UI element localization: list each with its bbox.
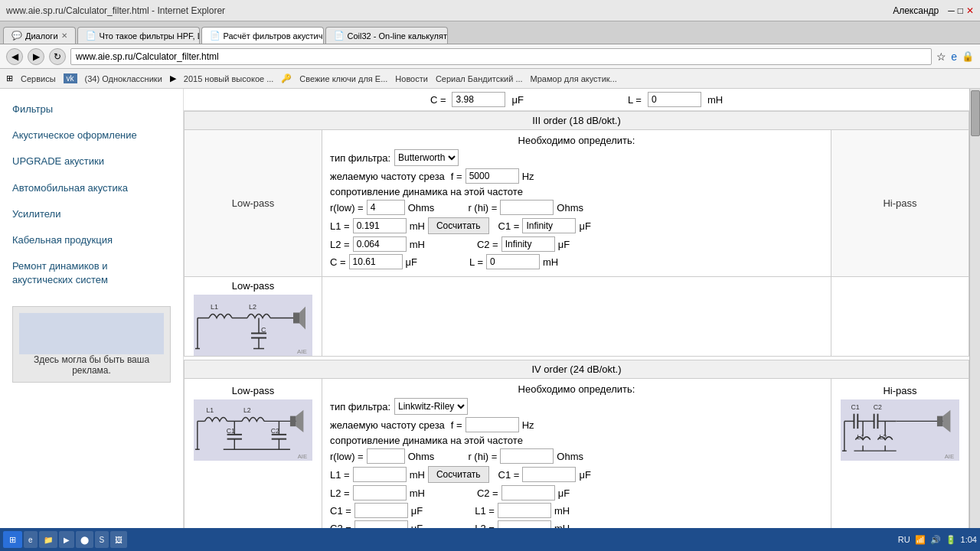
scrollbar[interactable] (969, 89, 980, 528)
sidebar-link-filtry[interactable]: Фильтры (0, 96, 183, 122)
bookmark-mramor[interactable]: Мрамор для акустик... (531, 74, 617, 83)
bookmark-ok[interactable]: (34) Одноклассники (85, 74, 162, 83)
top-c-input[interactable] (452, 92, 505, 107)
iv-c1-input[interactable] (522, 467, 576, 482)
iii-freq-input[interactable] (466, 168, 519, 184)
tab-dialogi[interactable]: 💬 Диалоги ✕ (3, 27, 76, 44)
sidebar-link-auto[interactable]: Автомобильная акустика (0, 175, 183, 201)
svg-marker-9 (299, 306, 305, 329)
iii-l2-input[interactable] (353, 236, 407, 252)
iv-l2-unit: mH (410, 487, 425, 499)
iv-resist-label: сопротивление динамика на этой частоте (330, 435, 523, 446)
svg-text:C1: C1 (227, 426, 235, 434)
address-bar: ◀ ▶ ↻ ☆ e 🔒 (0, 44, 980, 69)
bookmark-services[interactable]: Сервисы (21, 74, 56, 83)
iii-filter-type-select[interactable]: Butterworth Chebyshev Bessel (394, 149, 459, 166)
sidebar-link-acoustics[interactable]: Акустическое оформление (0, 122, 183, 148)
iii-c1-input[interactable] (522, 218, 576, 233)
iii-l1-input[interactable] (353, 218, 407, 233)
iii-l1c1-row: L1 = mH Сосчитать C1 = μF (330, 217, 823, 234)
iv-l1b-input[interactable] (498, 503, 551, 518)
iv-resistance-row: r(low) = Ohms r (hi) = Ohms (330, 448, 823, 464)
taskbar-skype[interactable]: S (95, 531, 109, 548)
iv-c2-input[interactable] (501, 485, 555, 500)
iii-calc-button[interactable]: Сосчитать (428, 217, 489, 234)
section-iv-table: IV order (24 dB/okt.) Low-pass (184, 360, 969, 528)
iii-l-unit: mH (543, 256, 558, 268)
top-c-unit: μF (511, 94, 523, 106)
iii-c-input[interactable] (349, 254, 403, 269)
reload-button[interactable]: ↻ (49, 48, 66, 65)
start-button[interactable]: ⊞ (3, 531, 22, 548)
user-name: Александр (893, 5, 939, 16)
iv-r-hi-input[interactable] (500, 448, 554, 464)
sidebar-link-cable[interactable]: Кабельная продукция (0, 227, 183, 253)
iii-freq-unit: Hz (522, 171, 534, 182)
tab-calculator[interactable]: 📄 Расчёт фильтров акустиче... ✕ (201, 27, 324, 44)
iii-c2-input[interactable] (501, 236, 555, 252)
top-l-input[interactable] (648, 92, 701, 107)
iii-c2-unit: μF (558, 239, 570, 250)
sidebar-link-upgrade[interactable]: UPGRADE акустики (0, 148, 183, 174)
iii-resist-label: сопротивление динамика на этой частоте (330, 186, 523, 197)
bookmark-serial[interactable]: Сериал Бандитский ... (436, 74, 523, 83)
iv-calc-button[interactable]: Сосчитать (428, 466, 489, 483)
address-input[interactable] (70, 48, 932, 65)
svg-marker-51 (943, 409, 951, 432)
sidebar-link-repair[interactable]: Ремонт динамиков и акустических систем (0, 253, 183, 293)
iv-f-label: f = (451, 419, 462, 431)
iv-l1-input[interactable] (353, 467, 407, 482)
iv-order-header: IV order (24 dB/okt.) (185, 360, 969, 379)
iv-c2b-label: C2 = (330, 523, 351, 529)
taskbar-photos[interactable]: 🖼 (110, 531, 127, 548)
iv-l2-input[interactable] (353, 485, 407, 500)
iv-l1-unit: mH (410, 469, 425, 481)
bookmark-keys[interactable]: Свежие ключи для Е... (299, 74, 387, 83)
iii-l-input[interactable] (486, 254, 540, 269)
tab-coil32[interactable]: 📄 Coil32 - On-line калькулято... ✕ (325, 27, 448, 44)
iii-cl-row: C = μF L = mH (330, 254, 823, 269)
iv-l2b-input[interactable] (498, 520, 551, 528)
taskbar-explorer[interactable]: 📁 (39, 531, 57, 548)
iv-freq-label: желаемую частоту среза (330, 419, 445, 431)
iv-l2c2-row: L2 = mH C2 = μF (330, 485, 823, 500)
taskbar-chrome[interactable]: ⬤ (76, 531, 93, 548)
forward-button[interactable]: ▶ (28, 48, 44, 65)
iv-l1c1-row: L1 = mH Сосчитать C1 = μF (330, 466, 823, 483)
taskbar-media[interactable]: ▶ (59, 531, 74, 548)
iii-l2c2-row: L2 = mH C2 = μF (330, 236, 823, 252)
iv-l1-label: L1 = (330, 469, 350, 481)
iv-c1b-input[interactable] (354, 503, 408, 518)
taskbar-ie[interactable]: e (24, 531, 38, 548)
browser-tabs: 💬 Диалоги ✕ 📄 Что такое фильтры HPF, LP.… (0, 21, 980, 44)
tab-what-filters[interactable]: 📄 Что такое фильтры HPF, LP... ✕ (77, 27, 200, 44)
bookmark-news[interactable]: Новости (395, 74, 428, 83)
iii-freq-label: желаемую частоту среза (330, 171, 445, 182)
top-cl-row: C = μF L = mH (184, 89, 969, 111)
iv-c1-label: C1 = (498, 469, 520, 481)
iv-filter-type-select[interactable]: Linkwitz-Riley Butterworth Chebyshev (394, 398, 468, 415)
iv-c1b-unit: μF (411, 505, 423, 517)
iv-r-low-input[interactable] (367, 448, 405, 464)
iv-c2b-input[interactable] (354, 520, 408, 528)
tab-close-1[interactable]: ✕ (61, 31, 67, 40)
back-button[interactable]: ◀ (6, 48, 23, 65)
svg-text:C: C (261, 325, 266, 333)
section-iii-table: III order (18 dB/okt.) Low-pass Необходи… (184, 111, 969, 357)
svg-text:L1: L1 (206, 406, 214, 413)
iii-f-label: f = (451, 171, 462, 182)
bookmark-2015[interactable]: 2015 новый высокое ... (184, 74, 274, 83)
sidebar-link-amplifiers[interactable]: Усилители (0, 201, 183, 227)
iii-determine-label: Необходимо определить: (330, 135, 823, 146)
iii-filter-type-label: тип фильтра: (330, 152, 391, 164)
iii-r-hi-input[interactable] (500, 200, 554, 215)
iv-freq-input[interactable] (466, 417, 519, 432)
iii-l2-unit: mH (410, 239, 425, 250)
iii-r-low-input[interactable] (367, 200, 405, 215)
iv-c2b-unit: μF (411, 523, 423, 529)
main-content: C = μF L = mH III order (18 dB/okt.) Low… (184, 89, 969, 528)
svg-text:L2: L2 (249, 302, 256, 310)
star-icon: ☆ (936, 51, 946, 63)
sidebar-ad-text: Здесь могла бы быть ваша реклама. (19, 354, 164, 376)
svg-text:C2: C2 (874, 403, 882, 410)
